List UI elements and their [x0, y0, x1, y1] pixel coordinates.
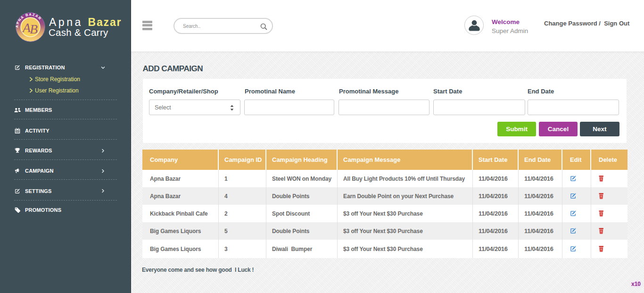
- svg-text:B: B: [30, 22, 38, 36]
